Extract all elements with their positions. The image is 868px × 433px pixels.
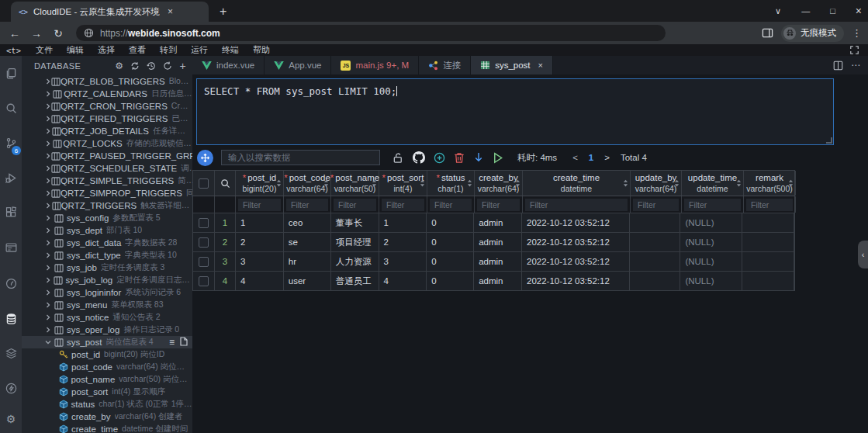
sql-editor[interactable]: SELECT * FROM sys_post LIMIT 100;: [196, 78, 834, 145]
tree-item[interactable]: create_by varchar(64) 创建者 ≡: [22, 410, 192, 423]
tree-item[interactable]: sys_config 参数配置表 5 ≡: [22, 212, 192, 224]
chevron-right-icon[interactable]: [45, 289, 54, 296]
window-close-icon[interactable]: ×: [856, 5, 862, 17]
unlock-icon[interactable]: [393, 152, 404, 164]
settings-gear-icon[interactable]: ⚙: [0, 406, 22, 433]
row-checkbox[interactable]: [199, 237, 209, 248]
table-row[interactable]: 3 3 hr 人力资源 3 0 admin 2022-10-12 03:52:1…: [193, 252, 794, 272]
chevron-right-icon[interactable]: [45, 203, 52, 209]
cell-post-sort[interactable]: 2: [379, 233, 427, 251]
cell-create-by[interactable]: admin: [474, 272, 522, 290]
chevron-down-icon[interactable]: [45, 339, 54, 345]
sort-icon[interactable]: [323, 179, 329, 188]
fullscreen-icon[interactable]: [850, 46, 859, 54]
preview-icon[interactable]: [0, 230, 22, 265]
filter-input[interactable]: Filter: [334, 199, 376, 211]
cell-remark[interactable]: [742, 272, 794, 290]
more-actions-icon[interactable]: ⋯: [851, 60, 860, 71]
cell-update-time[interactable]: (NULL): [680, 272, 742, 290]
cell-post-code[interactable]: user: [284, 272, 331, 290]
cell-post-id[interactable]: 3: [236, 252, 284, 271]
select-all-checkbox[interactable]: [199, 178, 209, 189]
menu-item[interactable]: 转到: [153, 44, 184, 56]
cell-post-code[interactable]: hr: [284, 252, 331, 271]
cell-post-sort[interactable]: 4: [379, 272, 427, 290]
address-bar[interactable]: https://webide.sinosoft.com: [76, 25, 666, 41]
github-icon[interactable]: [413, 151, 425, 164]
tree-item[interactable]: sys_oper_log 操作日志记录 0 ≡: [22, 324, 192, 336]
layers-icon[interactable]: [0, 336, 22, 371]
database-icon[interactable]: [0, 301, 22, 336]
source-control-icon[interactable]: 6: [0, 126, 22, 161]
cell-create-time[interactable]: 2022-10-12 03:52:12: [522, 252, 630, 271]
cell-post-code[interactable]: se: [284, 233, 331, 251]
table-row[interactable]: 1 1 ceo 董事长 1 0 admin 2022-10-12 03:52:1…: [193, 213, 794, 233]
menu-item[interactable]: 终端: [215, 44, 246, 56]
tree-item[interactable]: sys_dept 部门表 10 ≡: [22, 224, 192, 237]
tree-item[interactable]: QRTZ_FIRED_TRIGGERS 已触发的触... ≡: [22, 113, 192, 125]
editor-tab[interactable]: JS sys_post ×: [471, 56, 553, 74]
window-minimize-icon[interactable]: —: [801, 6, 810, 16]
cell-remark[interactable]: [742, 252, 794, 271]
window-maximize-icon[interactable]: □: [830, 6, 835, 16]
tree-item[interactable]: status char(1) 状态 (0正常 1停用) ≡: [22, 398, 192, 410]
tree-item[interactable]: post_name varchar(50) 岗位名称 ≡: [22, 373, 192, 386]
tree-item[interactable]: sys_job 定时任务调度表 3 ≡: [22, 262, 192, 274]
cell-post-name[interactable]: 人力资源: [331, 252, 379, 271]
tree-item[interactable]: QRTZ_BLOB_TRIGGERS Blob类型的... ≡: [22, 75, 192, 88]
window-menu-icon[interactable]: ∨: [775, 6, 781, 16]
cell-remark[interactable]: [742, 233, 794, 251]
explorer-icon[interactable]: [0, 56, 22, 91]
filter-input[interactable]: Filter: [633, 199, 679, 211]
editor-tab[interactable]: JS App.vue ×: [265, 56, 331, 74]
db-refresh-icon[interactable]: [163, 61, 172, 71]
collapse-panel-handle[interactable]: ‹: [858, 241, 868, 268]
split-editor-icon[interactable]: [833, 61, 843, 71]
column-header[interactable]: *post_name varchar(50): [331, 171, 379, 196]
cell-create-time[interactable]: 2022-10-12 03:52:12: [522, 213, 630, 232]
add-row-icon[interactable]: [434, 152, 445, 164]
column-header[interactable]: *create_by varchar(64): [475, 171, 523, 196]
column-header[interactable]: *post_code varchar(64): [284, 171, 331, 196]
run-debug-icon[interactable]: [0, 161, 22, 196]
editor-tab-close-icon[interactable]: ×: [538, 61, 543, 70]
sort-icon[interactable]: [674, 179, 680, 188]
row-search-icon[interactable]: [220, 178, 230, 189]
chevron-right-icon[interactable]: [45, 128, 52, 134]
menu-item[interactable]: 查看: [122, 44, 153, 56]
cell-create-by[interactable]: admin: [474, 213, 522, 232]
extensions-icon[interactable]: [0, 196, 22, 230]
tree-item[interactable]: QRTZ_SIMPROP_TRIGGERS 同步机... ≡: [22, 187, 192, 199]
cell-post-name[interactable]: 普通员工: [331, 272, 379, 290]
cell-update-by[interactable]: [630, 252, 681, 271]
cell-update-by[interactable]: [630, 233, 681, 251]
cell-update-by[interactable]: [630, 272, 681, 290]
chevron-right-icon[interactable]: [45, 302, 54, 308]
cell-update-time[interactable]: (NULL): [680, 233, 742, 251]
cell-create-by[interactable]: admin: [474, 252, 522, 271]
cell-post-id[interactable]: 4: [236, 272, 284, 290]
row-checkbox[interactable]: [199, 257, 209, 267]
tree-item[interactable]: QRTZ_JOB_DETAILS 任务详细信息... ≡: [22, 125, 192, 137]
sort-icon[interactable]: [736, 179, 742, 188]
tree-item[interactable]: sys_notice 通知公告表 2 ≡: [22, 311, 192, 324]
row-checkbox[interactable]: [199, 218, 209, 228]
run-sql-play-icon[interactable]: [493, 152, 503, 164]
chevron-right-icon[interactable]: [45, 103, 51, 109]
tree-item[interactable]: sys_job_log 定时任务调度日志表 0 ≡: [22, 274, 192, 286]
search-icon[interactable]: [0, 91, 22, 126]
menu-item[interactable]: 编辑: [60, 44, 91, 56]
filter-input[interactable]: Filter: [382, 199, 424, 211]
table-row[interactable]: 2 2 se 项目经理 2 0 admin 2022-10-12 03:52:1…: [193, 233, 794, 252]
cell-post-sort[interactable]: 1: [379, 213, 427, 232]
prev-page-icon[interactable]: <: [572, 153, 578, 162]
thunder-icon[interactable]: [0, 371, 22, 406]
tree-item[interactable]: sys_dict_type 字典类型表 10 ≡: [22, 249, 192, 262]
tree-item[interactable]: sys_post 岗位信息表 4 ≡: [22, 336, 192, 348]
tree-item[interactable]: sys_logininfor 系统访问记录 6 ≡: [22, 286, 192, 299]
db-history-icon[interactable]: [147, 61, 156, 71]
editor-tab[interactable]: JS 连接 ×: [419, 56, 471, 74]
column-header[interactable]: *post_sort int(4): [379, 171, 427, 196]
cell-post-id[interactable]: 2: [236, 233, 284, 251]
chevron-right-icon[interactable]: [45, 240, 54, 246]
